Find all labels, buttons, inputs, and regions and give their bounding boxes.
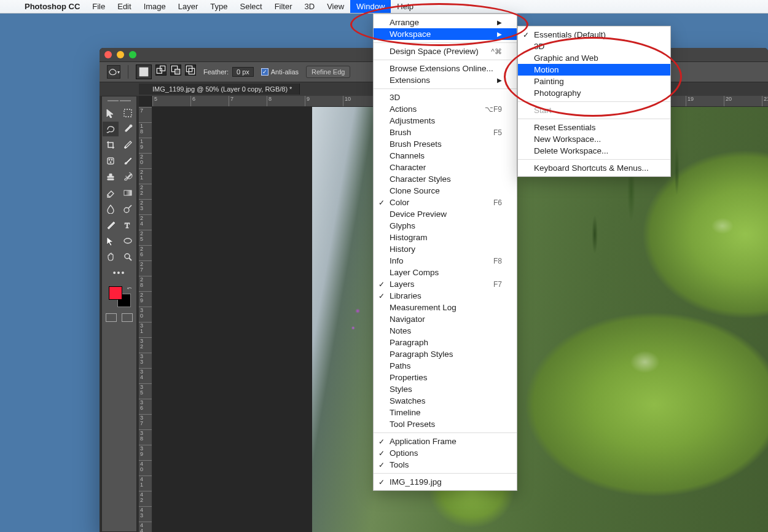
tool-eraser[interactable] <box>103 186 119 200</box>
toolbox-grip[interactable] <box>107 100 131 104</box>
subtract-selection-icon[interactable] <box>170 65 181 76</box>
menu-layers[interactable]: ✓LayersF7 <box>374 278 517 290</box>
menu-tools[interactable]: ✓Tools <box>374 459 517 471</box>
menu-adjustments[interactable]: Adjustments <box>374 115 517 127</box>
menu-paths[interactable]: Paths <box>374 360 517 372</box>
menu-workspace-new-workspace-[interactable]: New Workspace... <box>518 133 670 145</box>
anti-alias-checkbox[interactable]: Anti-alias <box>261 68 299 76</box>
menu-properties[interactable]: Properties <box>374 372 517 383</box>
menubar-item-file[interactable]: File <box>86 0 111 13</box>
menu-tool-presets[interactable]: Tool Presets <box>374 418 517 430</box>
menu-histogram[interactable]: Histogram <box>374 232 517 243</box>
menu-workspace-3d[interactable]: 3D <box>518 41 670 52</box>
tool-hand[interactable] <box>103 249 119 264</box>
menu-timeline[interactable]: Timeline <box>374 407 517 418</box>
menubar-item-edit[interactable]: Edit <box>111 0 137 13</box>
menu-paragraph[interactable]: Paragraph <box>374 337 517 348</box>
menu-workspace[interactable]: Workspace▶ <box>374 28 517 40</box>
menu-measurement-log[interactable]: Measurement Log <box>374 302 517 313</box>
menu-paragraph-styles[interactable]: Paragraph Styles <box>374 348 517 360</box>
menu-character-styles[interactable]: Character Styles <box>374 173 517 185</box>
menubar-item-window[interactable]: Window <box>350 0 391 13</box>
menu-glyphs[interactable]: Glyphs <box>374 220 517 232</box>
new-selection-icon[interactable] <box>136 65 152 79</box>
menu-clone-source[interactable]: Clone Source <box>374 185 517 197</box>
app-name[interactable]: Photoshop CC <box>18 2 86 11</box>
minimize-button[interactable] <box>117 51 124 58</box>
add-selection-icon[interactable] <box>155 65 167 76</box>
menu-browse-extensions[interactable]: Browse Extensions Online... <box>374 63 517 74</box>
menu-workspace-painting[interactable]: Painting <box>518 76 670 87</box>
tool-path[interactable] <box>103 233 119 248</box>
feather-input[interactable]: 0 px <box>232 67 254 77</box>
menu-brush[interactable]: BrushF5 <box>374 127 517 138</box>
tool-preset-icon[interactable]: ▾ <box>107 65 120 79</box>
menu-options[interactable]: ✓Options <box>374 447 517 459</box>
menu-brush-presets[interactable]: Brush Presets <box>374 138 517 150</box>
menubar-item-view[interactable]: View <box>321 0 350 13</box>
tool-type[interactable]: T <box>120 217 136 232</box>
tool-dodge[interactable] <box>120 201 136 216</box>
menu-layer-comps[interactable]: Layer Comps <box>374 267 517 278</box>
tool-eyedropper[interactable] <box>120 122 136 136</box>
edit-toolbar-button[interactable]: ••• <box>113 268 126 278</box>
tool-lasso[interactable] <box>103 122 119 136</box>
menubar-item-image[interactable]: Image <box>138 0 172 13</box>
menu-history[interactable]: History <box>374 243 517 255</box>
menu-3d[interactable]: 3D <box>374 92 517 103</box>
tool-heal[interactable] <box>103 154 119 168</box>
menubar-item-3d[interactable]: 3D <box>299 0 321 13</box>
menu-workspace-delete-workspace-[interactable]: Delete Workspace... <box>518 145 670 157</box>
tool-blur[interactable] <box>103 201 119 216</box>
tool-pen[interactable] <box>103 217 119 232</box>
menubar-item-layer[interactable]: Layer <box>172 0 205 13</box>
menu-libraries[interactable]: ✓Libraries <box>374 290 517 302</box>
menubar-item-type[interactable]: Type <box>204 0 233 13</box>
document-tab[interactable]: IMG_1199.jpg @ 50% (Layer 0 copy, RGB/8)… <box>139 84 300 95</box>
refine-edge-button[interactable]: Refine Edg <box>306 66 350 78</box>
tool-move[interactable] <box>103 106 119 120</box>
menu-extensions[interactable]: Extensions▶ <box>374 74 517 86</box>
tool-brush[interactable] <box>120 154 136 168</box>
tool-history[interactable] <box>120 170 136 184</box>
zoom-button[interactable] <box>129 51 136 58</box>
close-button[interactable] <box>104 51 112 58</box>
menubar-item-filter[interactable]: Filter <box>268 0 299 13</box>
menu-channels[interactable]: Channels <box>374 150 517 162</box>
menu-character[interactable]: Character <box>374 162 517 173</box>
menu-application-frame[interactable]: ✓Application Frame <box>374 436 517 447</box>
tool-stamp[interactable] <box>103 170 119 184</box>
tool-zoom[interactable] <box>120 249 136 264</box>
menu-design-space[interactable]: Design Space (Preview)^⌘ <box>374 45 517 57</box>
menu-arrange[interactable]: Arrange▶ <box>374 17 517 28</box>
ruler-vertical[interactable]: 7181920212223242526272829303132333435363… <box>139 107 152 532</box>
menu-keyboard-shortcuts[interactable]: Keyboard Shortcuts & Menus... <box>518 162 670 174</box>
tool-gradient[interactable] <box>120 186 136 200</box>
menu-actions[interactable]: Actions⌥F9 <box>374 103 517 115</box>
quickmask-icon[interactable] <box>106 313 117 322</box>
menu-info[interactable]: InfoF8 <box>374 255 517 267</box>
tool-shape[interactable] <box>120 233 136 248</box>
menu-workspace-motion[interactable]: Motion <box>518 64 670 76</box>
menu-styles[interactable]: Styles <box>374 383 517 395</box>
screenmode-icon[interactable] <box>122 313 133 322</box>
menubar-item-select[interactable]: Select <box>233 0 268 13</box>
menu-swatches[interactable]: Swatches <box>374 395 517 407</box>
swap-colors-icon[interactable]: ⤺ <box>127 285 132 291</box>
menu-color[interactable]: ✓ColorF6 <box>374 197 517 208</box>
menubar-item-help[interactable]: Help <box>391 0 420 13</box>
menu-open-document[interactable]: ✓IMG_1199.jpg <box>374 476 517 488</box>
tool-crop[interactable] <box>103 138 119 152</box>
tool-marquee[interactable] <box>120 106 136 120</box>
menu-device-preview[interactable]: Device Preview <box>374 208 517 220</box>
menu-navigator[interactable]: Navigator <box>374 313 517 325</box>
menu-workspace-reset-essentials[interactable]: Reset Essentials <box>518 122 670 133</box>
menu-workspace-photography[interactable]: Photography <box>518 87 670 99</box>
menu-notes[interactable]: Notes <box>374 325 517 337</box>
menu-workspace-essentials-default-[interactable]: ✓Essentials (Default) <box>518 29 670 41</box>
tool-frame[interactable] <box>120 138 136 152</box>
menu-workspace-graphic-and-web[interactable]: Graphic and Web <box>518 52 670 64</box>
intersect-selection-icon[interactable] <box>185 65 196 76</box>
color-swatches[interactable]: ⤺ <box>108 286 131 307</box>
foreground-color[interactable] <box>109 286 122 300</box>
